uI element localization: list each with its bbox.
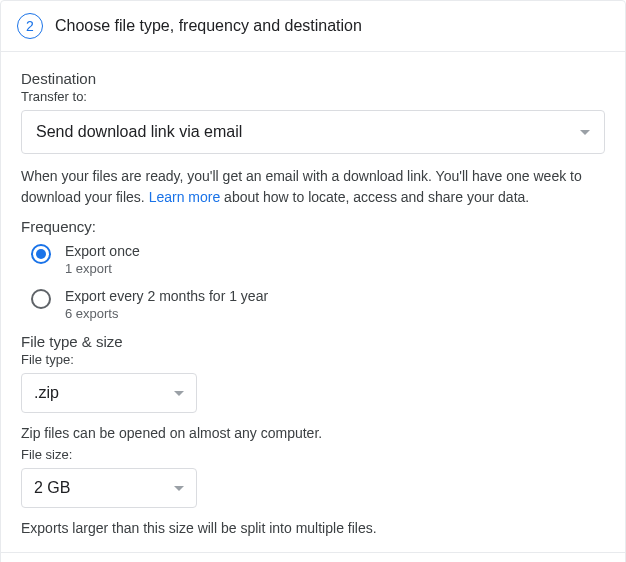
step-header: 2 Choose file type, frequency and destin… [1, 1, 625, 52]
filetype-size-heading: File type & size [21, 333, 605, 350]
step-title: Choose file type, frequency and destinat… [55, 17, 362, 35]
transfer-destination-value: Send download link via email [36, 123, 242, 141]
export-step-panel: 2 Choose file type, frequency and destin… [0, 0, 626, 562]
step-body: Destination Transfer to: Send download l… [1, 52, 625, 552]
file-size-value: 2 GB [34, 479, 70, 497]
help-text-after: about how to locate, access and share yo… [220, 189, 529, 205]
radio-dot-icon [36, 249, 46, 259]
file-size-label: File size: [21, 447, 605, 462]
learn-more-link[interactable]: Learn more [149, 189, 221, 205]
frequency-option-label: Export every 2 months for 1 year [65, 288, 268, 304]
frequency-option-once[interactable]: Export once 1 export [31, 243, 605, 276]
destination-heading: Destination [21, 70, 605, 87]
destination-help-text: When your files are ready, you'll get an… [21, 166, 605, 208]
chevron-down-icon [580, 130, 590, 135]
file-type-label: File type: [21, 352, 605, 367]
step-footer: Create export [1, 552, 625, 562]
frequency-radio-group: Export once 1 export Export every 2 mont… [21, 243, 605, 321]
step-number-badge: 2 [17, 13, 43, 39]
frequency-heading: Frequency: [21, 218, 605, 235]
file-size-description: Exports larger than this size will be sp… [21, 520, 605, 536]
frequency-option-sub: 1 export [65, 261, 140, 276]
radio-icon [31, 244, 51, 264]
chevron-down-icon [174, 486, 184, 491]
transfer-destination-select[interactable]: Send download link via email [21, 110, 605, 154]
chevron-down-icon [174, 391, 184, 396]
file-type-description: Zip files can be opened on almost any co… [21, 425, 605, 441]
frequency-option-bimonthly[interactable]: Export every 2 months for 1 year 6 expor… [31, 288, 605, 321]
file-type-select[interactable]: .zip [21, 373, 197, 413]
frequency-option-label: Export once [65, 243, 140, 259]
transfer-to-label: Transfer to: [21, 89, 605, 104]
file-size-select[interactable]: 2 GB [21, 468, 197, 508]
frequency-option-sub: 6 exports [65, 306, 268, 321]
file-type-value: .zip [34, 384, 59, 402]
radio-icon [31, 289, 51, 309]
